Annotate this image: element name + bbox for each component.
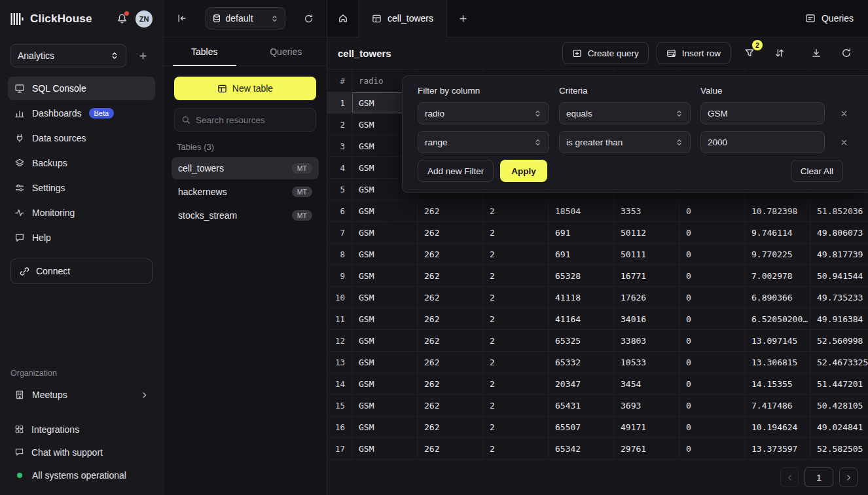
cell[interactable]: 7.417486 <box>745 395 810 416</box>
tab-cell-towers[interactable]: cell_towers <box>359 0 447 37</box>
cell[interactable]: 9.746114 <box>745 222 810 243</box>
row-number-cell[interactable]: 1 <box>327 92 352 113</box>
sidebar-item-dashboards[interactable]: Dashboards Beta <box>8 101 155 125</box>
new-table-button[interactable]: New table <box>174 77 316 100</box>
cell[interactable]: 9.770225 <box>745 244 810 265</box>
row-number-cell[interactable]: 4 <box>327 157 352 178</box>
page-number[interactable]: 1 <box>805 468 833 487</box>
cell[interactable]: 65342 <box>549 438 614 459</box>
cell[interactable]: 691 <box>549 222 614 243</box>
cell[interactable]: 29761 <box>614 438 679 459</box>
next-page-button[interactable] <box>839 468 858 487</box>
row-number-cell[interactable]: 17 <box>327 438 352 459</box>
sidebar-item-help[interactable]: Help <box>8 226 155 249</box>
cell[interactable]: 49.806073 <box>810 222 868 243</box>
cell[interactable]: 49.024841 <box>810 416 868 437</box>
row-number-cell[interactable]: 11 <box>327 308 352 329</box>
cell[interactable]: 49.817739 <box>810 244 868 265</box>
cell[interactable]: 0 <box>679 330 745 351</box>
cell[interactable]: 49.735233 <box>810 287 868 308</box>
cell[interactable]: 50111 <box>614 244 679 265</box>
row-number-cell[interactable]: 16 <box>327 416 352 437</box>
cell[interactable]: 0 <box>679 438 745 459</box>
cell[interactable]: 0 <box>679 352 745 373</box>
new-tab-button[interactable] <box>447 0 479 37</box>
cell[interactable]: 3454 <box>614 373 679 394</box>
cell[interactable]: 49171 <box>614 416 679 437</box>
cell[interactable]: 2 <box>483 287 549 308</box>
cell[interactable]: 2 <box>483 200 549 221</box>
cell[interactable]: 50.428105 <box>810 395 868 416</box>
notifications-bell-icon[interactable] <box>115 11 130 26</box>
apply-filters-button[interactable]: Apply <box>500 160 547 182</box>
refresh-data-button[interactable] <box>835 42 858 64</box>
cell[interactable]: 262 <box>418 287 483 308</box>
cell[interactable]: 3693 <box>614 395 679 416</box>
filter-column-select[interactable]: range <box>418 131 549 153</box>
cell[interactable]: 34016 <box>614 308 679 329</box>
connect-button[interactable]: Connect <box>10 259 153 284</box>
cell[interactable]: 52.582505 <box>810 438 868 459</box>
table-list-item[interactable]: cell_towers MT <box>172 157 319 179</box>
refresh-tables-button[interactable] <box>300 9 316 28</box>
cell[interactable]: 0 <box>679 416 745 437</box>
search-resources-input[interactable] <box>196 115 312 125</box>
avatar[interactable]: ZN <box>136 10 153 28</box>
cell[interactable]: 13.373597 <box>745 438 810 459</box>
sidebar-item-sql-console[interactable]: SQL Console <box>8 77 155 100</box>
cell[interactable]: 2 <box>483 244 549 265</box>
tab-queries[interactable]: Queries <box>245 37 327 65</box>
cell[interactable]: 6.890366 <box>745 287 810 308</box>
cell[interactable]: 65507 <box>549 416 614 437</box>
cell[interactable]: 262 <box>418 373 483 394</box>
cell[interactable]: 691 <box>549 244 614 265</box>
row-number-cell[interactable]: 13 <box>327 352 352 373</box>
add-workspace-button[interactable] <box>133 46 153 65</box>
sidebar-item-backups[interactable]: Backups <box>8 151 155 175</box>
cell[interactable]: 0 <box>679 265 745 286</box>
cell[interactable]: 262 <box>418 352 483 373</box>
cell-radio[interactable]: GSM <box>352 244 418 265</box>
row-number-cell[interactable]: 15 <box>327 395 352 416</box>
table-row[interactable]: 16 GSM 262 2 65507 49171 0 10.194624 49.… <box>327 416 868 438</box>
cell[interactable]: 18504 <box>549 200 614 221</box>
row-number-cell[interactable]: 7 <box>327 222 352 243</box>
previous-page-button[interactable] <box>780 468 799 487</box>
remove-filter-button[interactable] <box>835 133 853 151</box>
cell[interactable]: 51.447201 <box>810 373 868 394</box>
tab-tables[interactable]: Tables <box>164 37 245 65</box>
row-number-cell[interactable]: 10 <box>327 287 352 308</box>
cell[interactable]: 51.852036 <box>810 200 868 221</box>
table-row[interactable]: 8 GSM 262 2 691 50111 0 9.770225 49.8177… <box>327 244 868 265</box>
cell[interactable]: 14.15355 <box>745 373 810 394</box>
cell[interactable]: 65325 <box>549 330 614 351</box>
status-row[interactable]: All systems operational <box>8 464 155 486</box>
cell[interactable]: 0 <box>679 287 745 308</box>
cell[interactable]: 0 <box>679 244 745 265</box>
cell[interactable]: 41118 <box>549 287 614 308</box>
row-number-cell[interactable]: 5 <box>327 179 352 200</box>
cell[interactable]: 10.194624 <box>745 416 810 437</box>
cell[interactable]: 0 <box>679 308 745 329</box>
cell-radio[interactable]: GSM <box>352 395 418 416</box>
cell[interactable]: 65431 <box>549 395 614 416</box>
cell[interactable]: 13.097145 <box>745 330 810 351</box>
cell-radio[interactable]: GSM <box>352 438 418 459</box>
sidebar-item-meetups[interactable]: Meetups <box>8 383 155 407</box>
remove-filter-button[interactable] <box>835 104 853 122</box>
cell[interactable]: 6.52050200… <box>745 308 810 329</box>
cell-radio[interactable]: GSM <box>352 416 418 437</box>
table-row[interactable]: 14 GSM 262 2 20347 3454 0 14.15355 51.44… <box>327 373 868 395</box>
cell[interactable]: 2 <box>483 438 549 459</box>
table-row[interactable]: 6 GSM 262 2 18504 3353 0 10.782398 51.85… <box>327 200 868 222</box>
collapse-panel-button[interactable] <box>174 9 190 28</box>
table-row[interactable]: 7 GSM 262 2 691 50112 0 9.746114 49.8060… <box>327 222 868 244</box>
filter-criteria-select[interactable]: equals <box>559 102 691 124</box>
cell-radio[interactable]: GSM <box>352 330 418 351</box>
cell[interactable]: 2 <box>483 395 549 416</box>
cell[interactable]: 262 <box>418 222 483 243</box>
cell[interactable]: 33803 <box>614 330 679 351</box>
filter-column-select[interactable]: radio <box>418 102 549 124</box>
table-list-item[interactable]: hackernews MT <box>172 181 319 203</box>
cell[interactable]: 50112 <box>614 222 679 243</box>
